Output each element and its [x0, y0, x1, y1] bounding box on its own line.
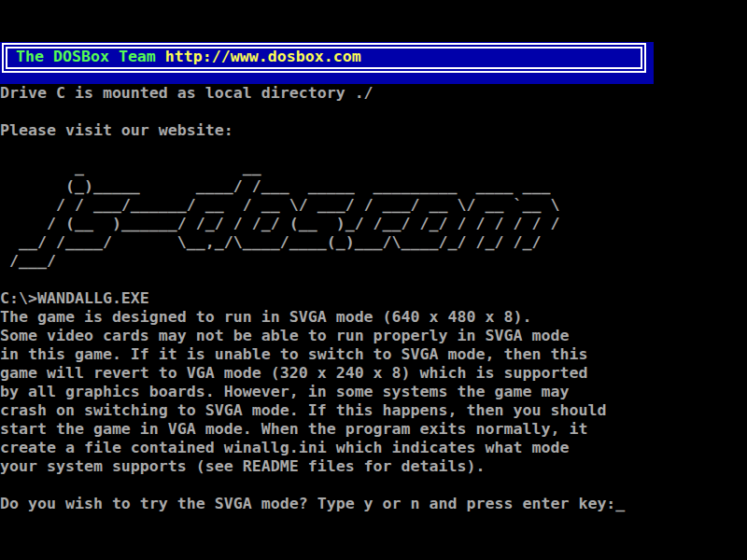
- dosbox-terminal-screen[interactable]: The DOSBox Teamhttp://www.dosbox.com Dri…: [0, 0, 747, 560]
- dos-command-line: C:\>WANDALLG.EXE: [0, 289, 149, 308]
- jsdos-ascii-art-logo: _ __ (_)_____ ____/ /___ _____ _________…: [9, 159, 559, 271]
- website-invite-message: Please visit our website:: [0, 121, 233, 140]
- prompt-text: Do you wish to try the SVGA mode? Type y…: [0, 495, 615, 512]
- program-output-text: The game is designed to run in SVGA mode…: [0, 308, 606, 476]
- dosbox-welcome-banner: The DOSBox Teamhttp://www.dosbox.com: [0, 42, 654, 84]
- banner-text: The DOSBox Teamhttp://www.dosbox.com: [16, 48, 361, 66]
- banner-team-label: The DOSBox Team: [16, 48, 156, 65]
- text-cursor: _: [615, 495, 625, 512]
- svga-mode-prompt[interactable]: Do you wish to try the SVGA mode? Type y…: [0, 495, 625, 513]
- mount-message: Drive C is mounted as local directory ./: [0, 84, 374, 103]
- banner-website-url: http://www.dosbox.com: [165, 48, 361, 65]
